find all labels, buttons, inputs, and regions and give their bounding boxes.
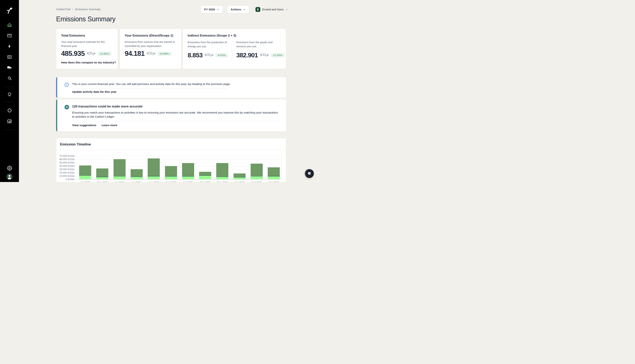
direct-emissions-card: Your Emissions (Direct/Scope 1) Emission… bbox=[120, 29, 181, 69]
building-icon bbox=[256, 8, 259, 11]
breadcrumb-separator: › bbox=[72, 8, 73, 11]
card-title: Total Emissions bbox=[61, 34, 113, 38]
premises-grid-icon bbox=[7, 54, 12, 60]
card-description: Emissions from the goods and services yo… bbox=[236, 40, 283, 48]
bar-feb-2026 bbox=[251, 164, 263, 179]
bar-mar-2026 bbox=[268, 167, 280, 179]
card-description: Emissions from the production of energy … bbox=[188, 40, 230, 48]
bar-segment-top-segment-sage-green bbox=[234, 174, 246, 177]
delta-badge: -6.02%↓ bbox=[216, 53, 228, 57]
card-value-row: 8.853 tCO2e -6.02%↓ bbox=[188, 52, 230, 59]
y-axis-label: 50.000 tCO2e bbox=[47, 161, 75, 164]
chevron-down-icon bbox=[217, 8, 220, 11]
sidebar-item-home[interactable] bbox=[5, 20, 14, 30]
bar-segment-bottom-segment-light-green bbox=[96, 177, 108, 179]
org-avatar bbox=[256, 7, 260, 12]
bar-segment-top-segment-sage-green bbox=[131, 169, 143, 176]
direct-emissions-value: 94.181 bbox=[125, 50, 144, 58]
bar-segment-top-segment-sage-green bbox=[148, 158, 160, 176]
info-icon bbox=[64, 82, 69, 88]
transactions-suggestion-banner: 120 transactions could be made more accu… bbox=[56, 100, 286, 131]
vehicles-truck-icon bbox=[7, 65, 12, 70]
sidebar-item-certifications[interactable] bbox=[5, 106, 14, 115]
fy-selector-button[interactable]: FY 2026 bbox=[201, 6, 223, 13]
y-axis-tick bbox=[75, 156, 76, 156]
card-value-row: 382.901 tCO2e -12.35%↓ bbox=[236, 52, 283, 59]
y-axis-label: 70.000 tCO2e bbox=[47, 154, 75, 157]
card-title: Indirect Emissions (Scope 2 + 3) bbox=[188, 34, 281, 38]
sidebar bbox=[0, 0, 19, 182]
card-title: Your Emissions (Direct/Scope 1) bbox=[125, 34, 176, 38]
bar-segment-top-segment-sage-green bbox=[114, 159, 126, 176]
x-axis-label: Jul 2025 bbox=[128, 181, 145, 182]
x-axis-label: Apr 2025 bbox=[77, 181, 94, 182]
sidebar-item-reports[interactable] bbox=[5, 117, 14, 126]
chat-bubble-smile-icon bbox=[307, 171, 312, 176]
bar-segment-bottom-segment-light-green bbox=[79, 176, 91, 179]
y-axis-tick bbox=[75, 163, 76, 163]
y-axis-label: 10.000 tCO2e bbox=[47, 174, 75, 177]
breadcrumb-home[interactable]: CarbonTrail bbox=[56, 8, 71, 11]
bar-segment-bottom-segment-light-green bbox=[165, 176, 177, 179]
column-divider bbox=[232, 40, 232, 63]
bar-segment-bottom-segment-light-green bbox=[182, 176, 194, 179]
sidebar-user-avatar[interactable] bbox=[5, 172, 14, 181]
delta-badge: -12.35%↓ bbox=[271, 53, 285, 57]
x-axis-label: Dec 2025 bbox=[214, 181, 231, 182]
y-axis-tick bbox=[75, 176, 76, 176]
bar-segment-top-segment-sage-green bbox=[251, 164, 263, 176]
view-suggestions-link[interactable]: View suggestions bbox=[72, 124, 96, 127]
y-axis-tick bbox=[75, 173, 76, 173]
bar-segment-top-segment-sage-green bbox=[182, 163, 194, 176]
user-avatar-icon bbox=[6, 173, 13, 180]
x-axis-label: Oct 2025 bbox=[179, 181, 196, 182]
card-value-row: 485.935 tCO2e -11.92%↓ bbox=[61, 50, 111, 58]
x-axis-label: Nov 2025 bbox=[197, 181, 214, 182]
sidebar-item-settings[interactable] bbox=[5, 164, 14, 172]
sidebar-item-insights[interactable] bbox=[5, 90, 14, 99]
total-emissions-value: 485.935 bbox=[61, 50, 85, 58]
bar-segment-bottom-segment-light-green bbox=[234, 178, 246, 179]
sidebar-divider bbox=[5, 102, 15, 102]
bar-segment-bottom-segment-light-green bbox=[216, 177, 228, 179]
indirect-emissions-card: Indirect Emissions (Scope 2 + 3) Emissio… bbox=[183, 29, 286, 69]
bar-aug-2025 bbox=[148, 158, 160, 179]
carbontrail-logo-icon bbox=[6, 6, 13, 14]
chat-launcher-button[interactable] bbox=[305, 169, 314, 178]
settings-gear-icon bbox=[7, 166, 12, 171]
total-emissions-card: Total Emissions Your total emissions est… bbox=[56, 29, 118, 69]
org-switcher[interactable]: Emard and Sons bbox=[256, 7, 288, 12]
sidebar-item-energy[interactable] bbox=[5, 42, 14, 51]
accuracy-compass-icon bbox=[64, 105, 69, 110]
card-value-row: 94.181 tCO2e -10.68%↓ bbox=[125, 50, 171, 58]
y-axis-tick bbox=[75, 166, 76, 166]
topbar-controls: FY 2026 Actions Emard and Sons bbox=[201, 6, 288, 13]
x-axis-label: Sept 2025 bbox=[162, 181, 179, 182]
bar-segment-top-segment-sage-green bbox=[165, 166, 177, 176]
sidebar-item-carbon-ledger[interactable] bbox=[5, 31, 14, 40]
bar-jan-2026 bbox=[234, 174, 246, 179]
carbontrail-logo[interactable] bbox=[5, 6, 14, 15]
bar-oct-2025 bbox=[182, 163, 194, 179]
unit-label: tCO2e bbox=[87, 52, 96, 56]
sidebar-item-premises[interactable] bbox=[5, 52, 14, 62]
actions-button-label: Actions bbox=[231, 8, 241, 11]
gridline bbox=[76, 156, 282, 156]
reports-bar-chart-icon bbox=[7, 119, 12, 124]
scope3-value: 382.901 bbox=[236, 52, 258, 59]
x-axis-label: Aug 2025 bbox=[145, 181, 162, 182]
bar-segment-top-segment-sage-green bbox=[199, 172, 211, 175]
update-activity-data-link[interactable]: Update activity data for this year bbox=[72, 90, 116, 94]
scope3-column: Emissions from the goods and services yo… bbox=[236, 40, 283, 59]
actions-button[interactable]: Actions bbox=[227, 6, 249, 13]
bar-may-2025 bbox=[96, 168, 108, 179]
learn-more-link[interactable]: Learn more bbox=[102, 124, 117, 127]
search-icon bbox=[7, 76, 12, 81]
page-title: Emissions Summary bbox=[56, 15, 116, 23]
sidebar-item-search[interactable] bbox=[5, 74, 14, 82]
chevron-down-icon bbox=[243, 8, 246, 11]
y-axis-label: 40.000 tCO2e bbox=[47, 164, 75, 167]
sidebar-item-vehicles[interactable] bbox=[5, 63, 14, 72]
unit-label: tCO2e bbox=[205, 53, 213, 57]
industry-compare-link[interactable]: How does this compare to my industry? bbox=[61, 61, 116, 64]
